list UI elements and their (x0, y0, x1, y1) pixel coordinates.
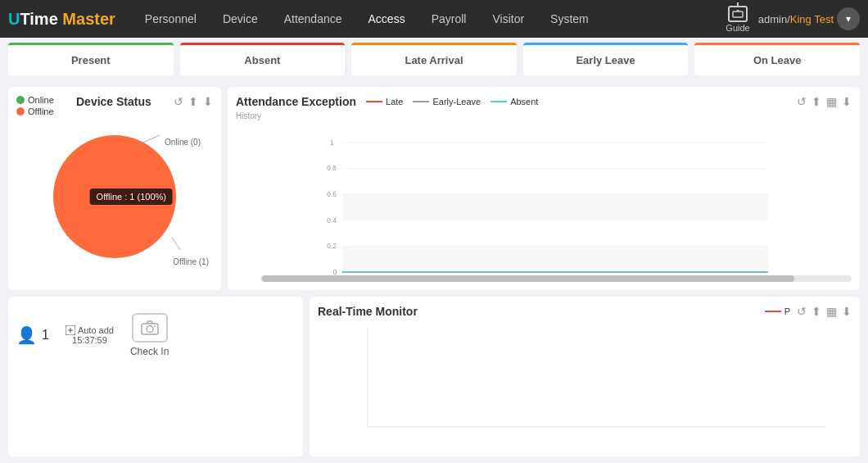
svg-rect-17 (342, 194, 768, 220)
att-download-icon[interactable]: ⬇ (842, 95, 852, 108)
attendance-chart-svg: 0 0.2 0.4 0.6 0.8 1 (236, 122, 852, 282)
att-barchart-icon[interactable]: ▦ (826, 95, 837, 108)
device-card-title: Device Status (76, 95, 151, 108)
cards-row: Online Offline Device Status ↺ ⬆ ⬇ (8, 87, 860, 290)
auto-add-text: Auto add (78, 325, 114, 335)
offline-dot (16, 107, 25, 116)
user-avatar: ▾ (837, 7, 860, 30)
nav-items: Personnel Device Attendance Access Payro… (132, 0, 726, 38)
device-card-header: Online Offline Device Status ↺ ⬆ ⬇ (16, 95, 213, 120)
auto-add-section: Auto add 15:37:59 (66, 325, 114, 345)
svg-point-39 (147, 326, 153, 333)
rt-title: Real-Time Monitor (318, 305, 418, 318)
bottom-row: 👤 1 Auto add 15:37:59 (8, 297, 860, 456)
att-upload-icon[interactable]: ⬆ (811, 95, 821, 108)
offline-pie-label: Offline (1) (173, 257, 209, 266)
svg-text:0.6: 0.6 (327, 190, 337, 198)
checkin-content: 👤 1 Auto add 15:37:59 (16, 313, 295, 357)
svg-text:0.4: 0.4 (327, 216, 337, 225)
rt-barchart-icon[interactable]: ▦ (826, 305, 837, 318)
nav-item-system[interactable]: System (537, 0, 602, 38)
svg-line-4 (172, 238, 180, 250)
legend: Online Offline (16, 95, 54, 116)
att-refresh-icon[interactable]: ↺ (797, 95, 807, 108)
top-navigation: UTime Master Personnel Device Attendance… (0, 0, 868, 38)
early-leave-label: Early-Leave (432, 97, 481, 107)
nav-item-attendance[interactable]: Attendance (271, 0, 355, 38)
realtime-monitor-card: Real-Time Monitor P ↺ ⬆ ▦ ⬇ (310, 297, 860, 456)
absent-label: Absent (510, 97, 538, 107)
attendance-card-header: Attendance Exception Late Early-Leave (236, 95, 852, 108)
online-label: Online (28, 95, 54, 105)
checkin-label: Check In (130, 346, 169, 357)
auto-add-icon (66, 325, 75, 335)
checkin-section: Check In (130, 313, 169, 357)
svg-text:1: 1 (330, 138, 334, 147)
user-name-text: admin/King Test (758, 13, 834, 25)
status-onleave-label: On Leave (753, 54, 802, 66)
pie-chart-container: Offline : 1 (100%) Online (0) Offline (1… (41, 123, 188, 270)
status-card-early[interactable]: Early Leave (523, 43, 689, 75)
rt-upload-icon[interactable]: ⬆ (811, 305, 821, 318)
nav-item-device[interactable]: Device (210, 0, 271, 38)
attendance-legend: Late Early-Leave Absent (366, 97, 538, 107)
guide-button[interactable]: Guide (726, 6, 749, 33)
status-late-label: Late Arrival (405, 54, 463, 66)
logo: UTime Master (8, 10, 115, 29)
rt-download-icon[interactable]: ⬇ (842, 305, 852, 318)
svg-text:0.2: 0.2 (327, 242, 337, 250)
refresh-icon[interactable]: ↺ (174, 95, 183, 108)
nav-item-personnel[interactable]: Personnel (132, 0, 210, 38)
rt-legend-label: P (784, 306, 790, 316)
device-status-card: Online Offline Device Status ↺ ⬆ ⬇ (8, 87, 221, 290)
logo-master: Master (62, 10, 115, 28)
download-icon[interactable]: ⬇ (203, 95, 213, 108)
rt-header: Real-Time Monitor P ↺ ⬆ ▦ ⬇ (318, 305, 852, 318)
rt-chart-svg (318, 325, 852, 439)
history-label: History (236, 111, 852, 120)
legend-online: Online (16, 95, 54, 105)
late-label: Late (386, 97, 403, 107)
auto-add-time: 15:37:59 (72, 335, 107, 345)
main-content: Online Offline Device Status ↺ ⬆ ⬇ (0, 80, 868, 463)
online-dot (16, 96, 25, 104)
nav-item-visitor[interactable]: Visitor (479, 0, 537, 38)
nav-item-payroll[interactable]: Payroll (418, 0, 480, 38)
upload-icon[interactable]: ⬆ (188, 95, 198, 108)
guide-icon (728, 6, 748, 22)
user-count-value: 1 (42, 328, 49, 343)
legend-absent: Absent (491, 97, 538, 107)
status-early-label: Early Leave (576, 54, 635, 66)
offline-label: Offline (28, 107, 54, 116)
status-absent-label: Absent (244, 54, 280, 66)
device-legend: Online Offline (16, 95, 54, 120)
chart-scrollbar-thumb[interactable] (262, 275, 794, 282)
attendance-exception-card: Attendance Exception Late Early-Leave (228, 87, 860, 290)
status-card-onleave[interactable]: On Leave (694, 43, 860, 75)
user-info[interactable]: admin/King Test ▾ (758, 7, 860, 30)
status-bar: Present Absent Late Arrival Early Leave … (0, 38, 868, 80)
legend-offline: Offline (16, 107, 54, 116)
chart-scrollbar[interactable] (260, 275, 852, 282)
offline-slice (53, 135, 176, 258)
early-line-icon (413, 101, 429, 102)
attendance-card-actions: ↺ ⬆ ▦ ⬇ (797, 95, 852, 108)
checkin-card: 👤 1 Auto add 15:37:59 (8, 297, 303, 456)
status-card-present[interactable]: Present (8, 43, 174, 75)
absent-line-icon (491, 101, 507, 102)
nav-right: Guide admin/King Test ▾ (726, 6, 860, 33)
attendance-chart-area: 0 0.2 0.4 0.6 0.8 1 (236, 122, 852, 282)
rt-legend: P (765, 306, 790, 316)
device-card-actions: ↺ ⬆ ⬇ (174, 95, 213, 108)
rt-refresh-icon[interactable]: ↺ (797, 305, 807, 318)
status-card-absent[interactable]: Absent (180, 43, 346, 75)
late-line-icon (366, 101, 382, 102)
nav-item-access[interactable]: Access (355, 0, 418, 38)
svg-rect-18 (342, 246, 768, 272)
guide-label: Guide (726, 23, 749, 33)
logo-u: U (8, 10, 20, 28)
status-card-late[interactable]: Late Arrival (351, 43, 517, 75)
legend-early-leave: Early-Leave (413, 97, 481, 107)
auto-add-label: Auto add (66, 325, 114, 335)
svg-text:0.8: 0.8 (327, 164, 337, 172)
